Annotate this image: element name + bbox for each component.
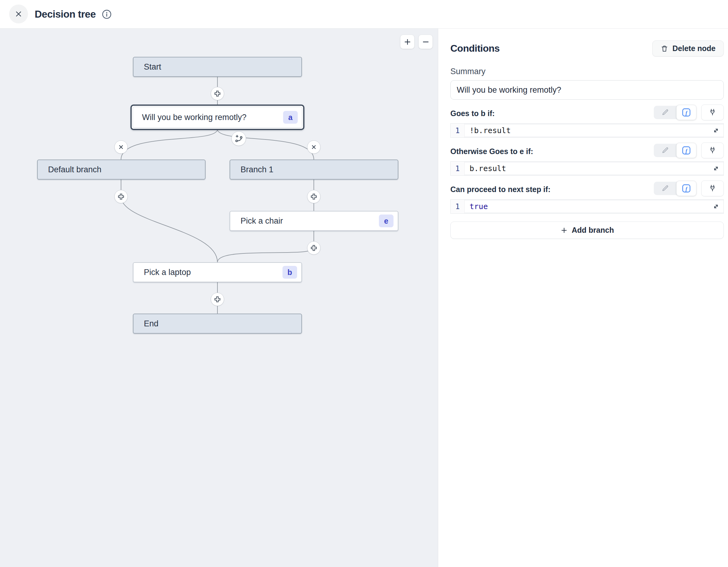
node-label: Start: [133, 62, 161, 72]
condition-label: Goes to b if:: [450, 109, 495, 120]
add-branch-button[interactable]: Add branch: [450, 222, 724, 239]
add-step-button[interactable]: [307, 190, 321, 203]
fx-icon: f: [682, 184, 691, 193]
condition-label: Otherwise Goes to e if:: [450, 147, 533, 158]
x-icon: [311, 144, 317, 150]
plus-icon: [310, 244, 317, 252]
code-editor[interactable]: 1 true: [450, 199, 724, 214]
add-step-button[interactable]: [211, 87, 224, 100]
branch-plus-icon: [235, 135, 243, 143]
svg-text:f: f: [685, 110, 688, 116]
condition-block: Otherwise Goes to e if:: [450, 143, 724, 176]
expand-editor-button[interactable]: [709, 125, 723, 137]
node-label: Will you be working remotly?: [133, 113, 247, 122]
node-end[interactable]: End: [133, 313, 302, 333]
pencil-icon: [661, 185, 669, 192]
code-content[interactable]: true: [465, 200, 709, 213]
plus-icon: [560, 227, 568, 234]
node-label: Branch 1: [230, 165, 273, 175]
plug-icon: [709, 185, 716, 192]
text-mode-button[interactable]: [654, 106, 676, 119]
node-badge: b: [283, 266, 297, 279]
expand-icon: [712, 165, 719, 172]
editor-mode-toggle: f: [654, 182, 696, 195]
close-icon: [14, 10, 23, 18]
delete-node-label: Delete node: [672, 44, 716, 53]
expand-editor-button[interactable]: [709, 163, 723, 175]
expand-icon: [712, 203, 719, 210]
code-mode-button[interactable]: f: [676, 105, 696, 120]
line-number: 1: [451, 200, 465, 213]
connect-data-button[interactable]: [701, 143, 724, 158]
add-step-button[interactable]: [114, 190, 128, 203]
editor-mode-toggle: f: [654, 144, 696, 157]
summary-label: Summary: [450, 67, 724, 76]
node-condition-selected[interactable]: Will you be working remotly? a: [130, 105, 304, 130]
line-number: 1: [451, 124, 465, 137]
node-default-branch[interactable]: Default branch: [37, 160, 206, 180]
top-bar: Decision tree: [0, 0, 728, 29]
add-step-button[interactable]: [307, 241, 321, 255]
node-start[interactable]: Start: [133, 57, 302, 77]
fx-icon: f: [682, 146, 691, 155]
plug-icon: [709, 109, 716, 116]
flow-canvas[interactable]: Start Will you be working remotly? a Def…: [0, 29, 438, 567]
editor-mode-toggle: f: [654, 106, 696, 119]
code-mode-button[interactable]: f: [676, 143, 696, 158]
plus-icon: [214, 295, 221, 303]
page-title: Decision tree: [35, 9, 96, 20]
node-badge: a: [283, 111, 298, 124]
connect-data-button[interactable]: [701, 181, 724, 196]
svg-text:f: f: [685, 186, 688, 192]
condition-block: Can proceed to next step if:: [450, 181, 724, 214]
plus-icon: [310, 193, 317, 200]
condition-label: Can proceed to next step if:: [450, 185, 550, 196]
plus-icon: [403, 38, 412, 46]
node-pick-a-chair[interactable]: Pick a chair e: [230, 211, 398, 231]
plus-icon: [214, 90, 221, 97]
zoom-out-button[interactable]: [418, 35, 433, 49]
panel-title: Conditions: [450, 43, 500, 54]
trash-icon: [660, 45, 668, 53]
fx-icon: f: [682, 108, 691, 117]
decision-tree-editor: Decision tree: [0, 0, 728, 567]
code-content[interactable]: b.result: [465, 162, 709, 175]
info-icon[interactable]: [101, 9, 112, 20]
minus-icon: [421, 38, 430, 46]
add-step-button[interactable]: [211, 292, 224, 306]
pencil-icon: [661, 147, 669, 154]
text-mode-button[interactable]: [654, 144, 676, 157]
code-mode-button[interactable]: f: [676, 181, 696, 196]
node-label: End: [133, 319, 158, 328]
remove-branch-button[interactable]: [114, 140, 128, 154]
line-number: 1: [451, 162, 465, 175]
node-label: Pick a chair: [230, 216, 283, 226]
expand-editor-button[interactable]: [709, 201, 723, 213]
pencil-icon: [661, 109, 669, 116]
plug-icon: [709, 147, 716, 154]
expand-icon: [712, 127, 719, 134]
x-icon: [118, 144, 124, 150]
node-branch-1[interactable]: Branch 1: [230, 160, 398, 180]
plus-icon: [117, 193, 125, 200]
add-branch-connector-button[interactable]: [231, 131, 246, 146]
code-editor[interactable]: 1 b.result: [450, 161, 724, 176]
svg-text:f: f: [685, 148, 688, 154]
node-label: Pick a laptop: [133, 268, 191, 277]
text-mode-button[interactable]: [654, 182, 676, 195]
code-content[interactable]: !b.result: [465, 124, 709, 137]
connect-data-button[interactable]: [701, 105, 724, 120]
code-editor[interactable]: 1 !b.result: [450, 123, 724, 138]
node-label: Default branch: [38, 165, 102, 175]
conditions-panel: Conditions Delete node Summary: [438, 29, 728, 567]
add-branch-label: Add branch: [572, 226, 614, 235]
summary-input[interactable]: [450, 80, 724, 100]
node-badge: e: [379, 215, 393, 227]
delete-node-button[interactable]: Delete node: [652, 40, 724, 57]
condition-block: Goes to b if: f: [450, 105, 724, 138]
node-pick-a-laptop[interactable]: Pick a laptop b: [133, 262, 302, 282]
zoom-in-button[interactable]: [400, 35, 414, 49]
remove-branch-button[interactable]: [307, 140, 321, 154]
close-button[interactable]: [9, 5, 28, 23]
